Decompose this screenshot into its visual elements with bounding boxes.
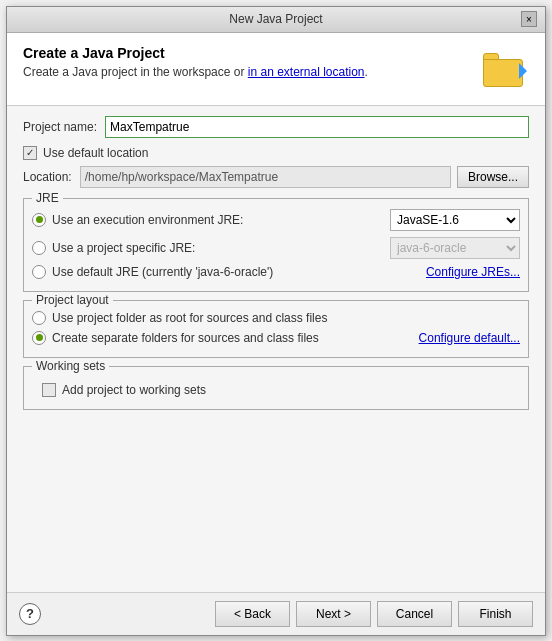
configure-default-link[interactable]: Configure default... [419,331,520,345]
project-layout-title: Project layout [32,293,113,307]
folder-icon [483,51,527,87]
header-text: Create a Java Project Create a Java proj… [23,45,368,79]
jre-section-title: JRE [32,191,63,205]
project-layout-section: Project layout Use project folder as roo… [23,300,529,358]
project-name-row: Project name: [23,116,529,138]
jre-option-1-row: Use an execution environment JRE: JavaSE… [32,209,520,231]
footer: ? < Back Next > Cancel Finish [7,592,545,635]
jre-specific-dropdown-wrapper: java-6-oracle [390,237,520,259]
folder-arrow-icon [519,63,527,79]
layout-option-2-radio[interactable] [32,331,46,345]
dialog: New Java Project × Create a Java Project… [6,6,546,636]
header-title: Create a Java Project [23,45,368,61]
next-button[interactable]: Next > [296,601,371,627]
location-input[interactable] [80,166,451,188]
layout-option-1-radio[interactable] [32,311,46,325]
jre-option-1-radio[interactable] [32,213,46,227]
project-name-label: Project name: [23,120,97,134]
layout-option-2-label: Create separate folders for sources and … [52,331,419,345]
layout-option-2-row: Create separate folders for sources and … [32,331,520,345]
working-sets-section: Working sets Add project to working sets [23,366,529,410]
use-default-location-checkbox[interactable] [23,146,37,160]
content-area: Project name: Use default location Locat… [7,106,545,592]
jre-option-3-label: Use default JRE (currently 'java-6-oracl… [52,265,426,279]
header-section: Create a Java Project Create a Java proj… [7,33,545,106]
dialog-title: New Java Project [31,12,521,26]
configure-jres-link[interactable]: Configure JREs... [426,265,520,279]
header-description: Create a Java project in the workspace o… [23,65,368,79]
browse-button[interactable]: Browse... [457,166,529,188]
working-sets-title: Working sets [32,359,109,373]
jre-option-3-row: Use default JRE (currently 'java-6-oracl… [32,265,520,279]
location-row: Location: Browse... [23,166,529,188]
jre-option-2-row: Use a project specific JRE: java-6-oracl… [32,237,520,259]
jre-option-3-radio[interactable] [32,265,46,279]
help-button[interactable]: ? [19,603,41,625]
layout-option-1-row: Use project folder as root for sources a… [32,311,520,325]
location-label: Location: [23,170,72,184]
title-bar: New Java Project × [7,7,545,33]
external-location-link[interactable]: in an external location [248,65,365,79]
folder-body [483,59,523,87]
jre-section: JRE Use an execution environment JRE: Ja… [23,198,529,292]
jre-option-1-label: Use an execution environment JRE: [52,213,390,227]
working-sets-label: Add project to working sets [62,383,206,397]
use-default-location-label: Use default location [43,146,148,160]
working-sets-checkbox[interactable] [42,383,56,397]
footer-buttons: < Back Next > Cancel Finish [215,601,533,627]
close-button[interactable]: × [521,11,537,27]
dialog-body: Create a Java Project Create a Java proj… [7,33,545,635]
jre-option-2-radio[interactable] [32,241,46,255]
jre-specific-dropdown[interactable]: java-6-oracle [390,237,520,259]
layout-option-1-label: Use project folder as root for sources a… [52,311,520,325]
header-icon [481,45,529,93]
back-button[interactable]: < Back [215,601,290,627]
cancel-button[interactable]: Cancel [377,601,452,627]
project-name-input[interactable] [105,116,529,138]
jre-dropdown-wrapper: JavaSE-1.6 [390,209,520,231]
jre-option-2-label: Use a project specific JRE: [52,241,390,255]
jre-environment-dropdown[interactable]: JavaSE-1.6 [390,209,520,231]
footer-left: ? [19,603,41,625]
use-default-location-row: Use default location [23,146,529,160]
working-sets-row: Add project to working sets [32,377,520,403]
finish-button[interactable]: Finish [458,601,533,627]
